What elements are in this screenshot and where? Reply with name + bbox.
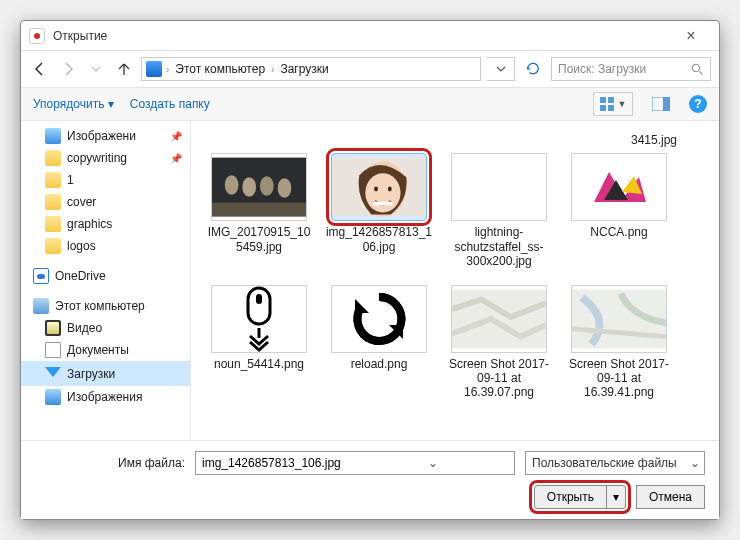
search-icon	[691, 63, 704, 76]
view-mode-button[interactable]: ▼	[593, 92, 633, 116]
filename-value: img_1426857813_106.jpg	[202, 456, 356, 470]
svg-rect-2	[608, 97, 614, 103]
video-icon	[45, 320, 61, 336]
folder-icon	[45, 150, 61, 166]
thumbnail	[211, 153, 307, 221]
file-name: Screen Shot 2017-09-11 at 16.39.41.png	[565, 357, 673, 400]
chevron-down-icon: ⌄	[690, 456, 700, 470]
thumbnail	[331, 285, 427, 353]
search-input[interactable]: Поиск: Загрузки	[551, 57, 711, 81]
folder-icon	[45, 216, 61, 232]
thumbnail	[571, 153, 667, 221]
tree-item-documents[interactable]: Документы	[21, 339, 190, 361]
svg-point-15	[365, 174, 400, 213]
titlebar: Открытие ×	[21, 21, 719, 51]
svg-point-10	[260, 177, 274, 197]
nav-row: › Этот компьютер › Загрузки Поиск: Загру…	[21, 51, 719, 87]
svg-point-17	[388, 187, 392, 192]
svg-point-9	[242, 178, 256, 198]
forward-button[interactable]	[57, 58, 79, 80]
file-name-truncated[interactable]: 3415.jpg	[631, 133, 677, 147]
filename-label: Имя файла:	[118, 456, 185, 470]
file-item[interactable]: reload.png	[323, 279, 435, 406]
file-type-filter[interactable]: Пользовательские файлы ⌄	[525, 451, 705, 475]
svg-point-0	[692, 64, 699, 71]
tree-item-images2[interactable]: Изображения	[21, 386, 190, 408]
chevron-right-icon: ›	[271, 64, 274, 75]
back-button[interactable]	[29, 58, 51, 80]
svg-point-8	[225, 176, 239, 196]
file-item[interactable]: lightning-schutzstaffel_ss-300x200.jpg	[443, 147, 555, 274]
file-name: Screen Shot 2017-09-11 at 16.39.07.png	[445, 357, 553, 400]
file-item[interactable]: Screen Shot 2017-09-11 at 16.39.07.png	[443, 279, 555, 406]
preview-pane-button[interactable]	[649, 92, 673, 116]
thumbnail	[211, 285, 307, 353]
search-placeholder: Поиск: Загрузки	[558, 62, 646, 76]
recent-dropdown[interactable]	[85, 58, 107, 80]
file-name: reload.png	[351, 357, 408, 371]
organize-menu[interactable]: Упорядочить ▾	[33, 97, 114, 111]
chevron-right-icon: ›	[166, 64, 169, 75]
svg-rect-19	[248, 288, 270, 324]
folder-tree[interactable]: Изображени📌 copywriting📌 1 cover graphic…	[21, 121, 191, 440]
onedrive-icon	[33, 268, 49, 284]
file-item[interactable]: Screen Shot 2017-09-11 at 16.39.41.png	[563, 279, 675, 406]
help-button[interactable]: ?	[689, 95, 707, 113]
footer: Имя файла: img_1426857813_106.jpg ⌄ Поль…	[21, 440, 719, 519]
thumbnail	[451, 285, 547, 353]
file-name: img_1426857813_106.jpg	[325, 225, 433, 254]
svg-rect-1	[600, 97, 606, 103]
dialog-body: Изображени📌 copywriting📌 1 cover graphic…	[21, 121, 719, 440]
tree-item-onedrive[interactable]: OneDrive	[21, 265, 190, 287]
refresh-button[interactable]	[521, 57, 545, 81]
file-pane: 3415.jpg IMG_20170915_105459.jpg img_142…	[191, 121, 719, 440]
breadcrumb-dropdown[interactable]	[487, 57, 515, 81]
tree-item-thispc[interactable]: Этот компьютер	[21, 295, 190, 317]
pin-icon: 📌	[170, 153, 182, 164]
filename-input[interactable]: img_1426857813_106.jpg ⌄	[195, 451, 515, 475]
svg-rect-6	[663, 97, 670, 111]
up-button[interactable]	[113, 58, 135, 80]
tree-item-images[interactable]: Изображени📌	[21, 125, 190, 147]
tree-item-copywriting[interactable]: copywriting📌	[21, 147, 190, 169]
tree-item-logos[interactable]: logos	[21, 235, 190, 257]
chevron-down-icon[interactable]: ⌄	[356, 456, 510, 470]
tree-item-1[interactable]: 1	[21, 169, 190, 191]
svg-point-16	[374, 187, 378, 192]
file-item-selected[interactable]: img_1426857813_106.jpg	[323, 147, 435, 274]
folder-icon	[45, 172, 61, 188]
cancel-button[interactable]: Отмена	[636, 485, 705, 509]
svg-rect-3	[600, 105, 606, 111]
svg-rect-18	[373, 202, 393, 206]
computer-icon	[33, 298, 49, 314]
window-title: Открытие	[53, 29, 107, 43]
file-name: lightning-schutzstaffel_ss-300x200.jpg	[445, 225, 553, 268]
file-name: NCCA.png	[590, 225, 647, 239]
tree-item-graphics[interactable]: graphics	[21, 213, 190, 235]
breadcrumb[interactable]: › Этот компьютер › Загрузки	[141, 57, 481, 81]
downloads-location-icon	[146, 61, 162, 77]
thumbnail	[451, 153, 547, 221]
file-item[interactable]: NCCA.png	[563, 147, 675, 274]
file-item[interactable]: IMG_20170915_105459.jpg	[203, 147, 315, 274]
thumbnail	[571, 285, 667, 353]
open-dropdown-icon[interactable]: ▾	[607, 490, 625, 504]
svg-rect-21	[452, 289, 546, 348]
new-folder-button[interactable]: Создать папку	[130, 97, 210, 111]
tree-item-cover[interactable]: cover	[21, 191, 190, 213]
open-button[interactable]: Открыть ▾	[534, 485, 626, 509]
breadcrumb-root[interactable]: Этот компьютер	[173, 62, 267, 76]
folder-icon	[45, 194, 61, 210]
tree-item-video[interactable]: Видео	[21, 317, 190, 339]
pictures-icon	[45, 128, 61, 144]
file-open-dialog: Открытие × › Этот компьютер › Загрузки П…	[20, 20, 720, 520]
downloads-icon	[45, 367, 61, 383]
svg-point-11	[278, 179, 292, 199]
file-name: IMG_20170915_105459.jpg	[205, 225, 313, 254]
svg-rect-12	[212, 203, 306, 217]
close-icon[interactable]: ×	[671, 27, 711, 45]
breadcrumb-folder[interactable]: Загрузки	[278, 62, 330, 76]
file-item[interactable]: noun_54414.png	[203, 279, 315, 406]
svg-rect-4	[608, 105, 614, 111]
tree-item-downloads[interactable]: Загрузки	[21, 361, 190, 386]
